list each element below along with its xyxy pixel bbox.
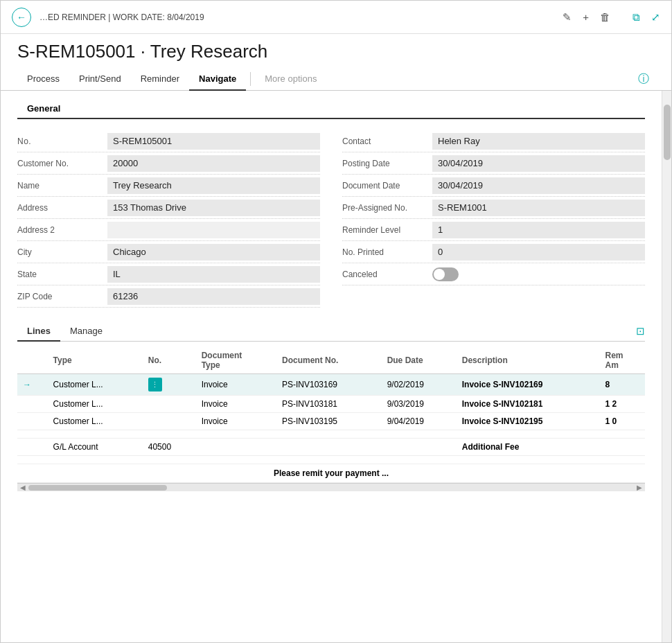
input-no[interactable]: S-REM105001: [107, 133, 320, 150]
label-pre-assigned-no: Pre-Assigned No.: [342, 203, 432, 213]
table-row[interactable]: Customer L... Invoice PS-INV103181 9/03/…: [17, 396, 645, 413]
row-no: ⋮: [143, 374, 196, 396]
value-canceled: [432, 267, 645, 281]
input-reminder-level[interactable]: 1: [432, 222, 645, 238]
form-left-col: No. S-REM105001 Customer No. 20000: [17, 130, 320, 308]
value-address: 153 Thomas Drive: [107, 200, 320, 216]
row-type: Customer L...: [48, 413, 143, 430]
scroll-thumb[interactable]: [28, 485, 167, 491]
row-due-date: 9/04/2019: [382, 413, 457, 430]
field-posting-date: Posting Date 30/04/2019: [342, 152, 645, 175]
page-title: S-REM105001 · Trey Research: [17, 41, 655, 62]
row-type: Customer L...: [48, 374, 143, 396]
more-options[interactable]: More options: [255, 68, 326, 91]
tab-reminder[interactable]: Reminder: [131, 68, 189, 91]
lines-section: Lines Manage ⊡ Type No. DocumentType Doc…: [1, 313, 662, 491]
content-area: General No. S-REM105001 Customer No.: [1, 91, 671, 642]
input-posting-date[interactable]: 30/04/2019: [432, 155, 645, 172]
field-document-date: Document Date 30/04/2019: [342, 175, 645, 197]
input-state[interactable]: IL: [107, 266, 320, 283]
col-doc-no: Document No.: [276, 347, 382, 374]
expand-icon[interactable]: ⤢: [651, 11, 660, 24]
label-address2: Address 2: [17, 225, 107, 235]
tab-navigate[interactable]: Navigate: [189, 68, 246, 91]
value-name: Trey Research: [107, 177, 320, 194]
table-row[interactable]: → Customer L... ⋮ Invoice PS-INV103169 9…: [17, 374, 645, 396]
title-bar: ← …ED REMINDER | WORK DATE: 8/04/2019 ✎ …: [1, 1, 671, 34]
row-dots-button[interactable]: ⋮: [148, 378, 162, 391]
col-rem-amt: RemAm: [600, 347, 646, 374]
scroll-left-icon[interactable]: ◀: [19, 484, 27, 491]
input-document-date[interactable]: 30/04/2019: [432, 177, 645, 194]
lines-expand-icon[interactable]: ⊡: [636, 325, 645, 337]
label-document-date: Document Date: [342, 181, 432, 191]
field-city: City Chicago: [17, 241, 320, 263]
info-icon[interactable]: ⓘ: [633, 72, 655, 87]
field-pre-assigned-no: Pre-Assigned No. S-REM1001: [342, 197, 645, 219]
general-tab-header: General: [17, 99, 645, 119]
field-name: Name Trey Research: [17, 175, 320, 197]
value-no-printed: 0: [432, 244, 645, 261]
form-right-col: Contact Helen Ray Posting Date 30/04/201…: [342, 130, 645, 308]
col-due-date: Due Date: [382, 347, 457, 374]
input-pre-assigned-no[interactable]: S-REM1001: [432, 200, 645, 216]
footer-doc-no: [276, 439, 382, 456]
value-zip: 61236: [107, 288, 320, 305]
page-header: S-REM105001 · Trey Research: [1, 34, 671, 68]
external-link-icon[interactable]: ⧉: [633, 11, 640, 24]
back-button[interactable]: ←: [12, 8, 31, 27]
tab-process[interactable]: Process: [17, 68, 69, 91]
row-arrow: [17, 413, 48, 430]
footer-note-row: Please remit your payment ...: [17, 464, 645, 483]
row-rem-amt: 1 2: [600, 396, 646, 413]
input-customer-no[interactable]: 20000: [107, 155, 320, 172]
edit-icon[interactable]: ✎: [563, 11, 572, 24]
label-name: Name: [17, 181, 107, 191]
input-no-printed[interactable]: 0: [432, 244, 645, 261]
tab-lines[interactable]: Lines: [17, 322, 60, 342]
row-type: Customer L...: [48, 396, 143, 413]
input-name[interactable]: Trey Research: [107, 177, 320, 194]
field-no: No. S-REM105001: [17, 130, 320, 152]
tab-print-send[interactable]: Print/Send: [69, 68, 131, 91]
vertical-scrollbar[interactable]: [662, 91, 671, 642]
scroll-right-icon[interactable]: ▶: [635, 484, 644, 491]
input-zip[interactable]: 61236: [107, 288, 320, 305]
horizontal-scrollbar[interactable]: ◀ ▶: [17, 483, 645, 491]
input-address[interactable]: 153 Thomas Drive: [107, 200, 320, 216]
value-address2: [107, 222, 320, 238]
label-contact: Contact: [342, 136, 432, 146]
row-doc-no: PS-INV103181: [276, 396, 382, 413]
add-icon[interactable]: +: [583, 11, 589, 23]
footer-type: G/L Account: [48, 439, 143, 456]
table-body: → Customer L... ⋮ Invoice PS-INV103169 9…: [17, 374, 645, 483]
footer-rem-amt: [600, 439, 646, 456]
tab-manage[interactable]: Manage: [60, 322, 112, 342]
delete-icon[interactable]: 🗑: [600, 11, 610, 23]
value-no: S-REM105001: [107, 133, 320, 150]
row-description: Invoice S-INV102181: [457, 396, 600, 413]
input-address2[interactable]: [107, 222, 320, 238]
toggle-knob: [434, 269, 445, 280]
table-row[interactable]: Customer L... Invoice PS-INV103195 9/04/…: [17, 413, 645, 430]
col-type: Type: [48, 347, 143, 374]
label-no: No.: [17, 136, 107, 146]
value-state: IL: [107, 266, 320, 283]
input-contact[interactable]: Helen Ray: [432, 133, 645, 150]
value-pre-assigned-no: S-REM1001: [432, 200, 645, 216]
footer-note: Please remit your payment ...: [17, 464, 645, 483]
general-tab[interactable]: General: [17, 99, 70, 119]
row-no: [143, 413, 196, 430]
field-reminder-level: Reminder Level 1: [342, 219, 645, 241]
table-row: [17, 456, 645, 464]
canceled-toggle[interactable]: [432, 267, 459, 281]
field-contact: Contact Helen Ray: [342, 130, 645, 152]
footer-arrow: [17, 439, 48, 456]
main-content: General No. S-REM105001 Customer No.: [1, 91, 662, 642]
lines-tabs: Lines Manage ⊡: [17, 322, 645, 342]
row-due-date: 9/02/2019: [382, 374, 457, 396]
scroll-thumb-vertical[interactable]: [664, 105, 671, 160]
lines-table: Type No. DocumentType Document No. Due D…: [17, 347, 645, 483]
input-city[interactable]: Chicago: [107, 244, 320, 261]
footer-description: Additional Fee: [457, 439, 600, 456]
